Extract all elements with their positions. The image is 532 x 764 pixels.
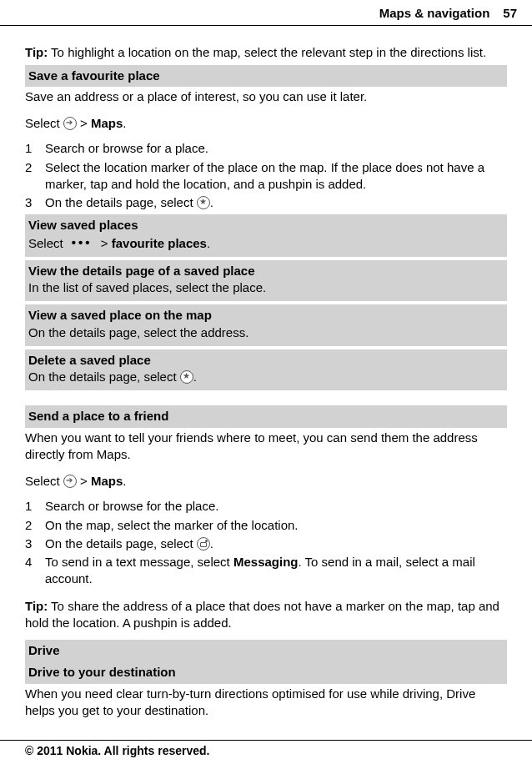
select-prefix: Select bbox=[25, 474, 63, 488]
more-dots-icon: ••• bbox=[67, 234, 98, 251]
step-text-part: On the details page, select bbox=[45, 536, 197, 550]
steps-send-place: 1Search or browse for the place. 2On the… bbox=[25, 498, 507, 587]
block-body-pre: Select bbox=[28, 236, 67, 250]
period: . bbox=[193, 369, 197, 384]
tip-text: To share the address of a place that doe… bbox=[25, 599, 499, 630]
gt-sep: > bbox=[77, 474, 91, 488]
tip-label: Tip: bbox=[25, 599, 48, 613]
block-view-details-page: View the details page of a saved place I… bbox=[25, 260, 507, 302]
step-number: 4 bbox=[25, 554, 45, 588]
drive-intro: When you need clear turn-by-turn directi… bbox=[25, 686, 507, 720]
step-number: 3 bbox=[25, 194, 45, 211]
save-fav-intro: Save an address or a place of interest, … bbox=[25, 88, 507, 105]
block-delete-saved: Delete a saved place On the details page… bbox=[25, 349, 507, 391]
block-body: On the details page, select the address. bbox=[28, 324, 504, 341]
tip-text: To highlight a location on the map, sele… bbox=[48, 45, 486, 59]
share-icon bbox=[197, 537, 210, 550]
step-number: 2 bbox=[25, 517, 45, 534]
step-text-part: To send in a text message, select bbox=[45, 555, 233, 569]
footer-rule bbox=[0, 740, 532, 741]
page-header: Maps & navigation 57 bbox=[0, 0, 532, 23]
select-maps-line-2: Select > Maps. bbox=[25, 473, 507, 490]
list-item: 2Select the location marker of the place… bbox=[25, 159, 507, 194]
maps-label: Maps bbox=[91, 116, 123, 130]
list-item: 2On the map, select the marker of the lo… bbox=[25, 517, 507, 534]
step-text: Search or browse for the place. bbox=[45, 498, 507, 515]
messaging-label: Messaging bbox=[233, 555, 299, 569]
block-title: Delete a saved place bbox=[28, 352, 504, 369]
step-text: On the map, select the marker of the loc… bbox=[45, 517, 507, 534]
footer-copyright: © 2011 Nokia. All rights reserved. bbox=[0, 743, 532, 759]
arrow-icon bbox=[63, 117, 77, 130]
list-item: 3On the details page, select . bbox=[25, 535, 507, 552]
send-place-intro: When you want to tell your friends where… bbox=[25, 430, 507, 464]
page-content: Tip: To highlight a location on the map,… bbox=[0, 44, 532, 719]
heading-drive: Drive bbox=[25, 640, 507, 661]
step-text-part: On the details page, select bbox=[45, 195, 197, 209]
maps-label: Maps bbox=[91, 474, 123, 488]
tip-highlight-location: Tip: To highlight a location on the map,… bbox=[25, 44, 507, 61]
block-body: Select ••• > favourite places. bbox=[28, 234, 504, 252]
block-body: In the list of saved places, select the … bbox=[28, 279, 504, 296]
step-text: To send in a text message, select Messag… bbox=[45, 554, 507, 588]
list-item: 1Search or browse for a place. bbox=[25, 140, 507, 157]
step-text: Search or browse for a place. bbox=[45, 140, 507, 157]
page-footer: © 2011 Nokia. All rights reserved. bbox=[0, 740, 532, 759]
period: . bbox=[210, 195, 213, 209]
list-item: 1Search or browse for the place. bbox=[25, 498, 507, 515]
heading-save-favourite: Save a favourite place bbox=[25, 65, 507, 87]
star-icon bbox=[180, 370, 193, 384]
step-number: 2 bbox=[25, 159, 45, 194]
block-body-pre: On the details page, select bbox=[28, 369, 180, 384]
steps-save-favourite: 1Search or browse for a place. 2Select t… bbox=[25, 140, 507, 211]
header-page-number: 57 bbox=[503, 5, 517, 22]
gt-sep: > bbox=[98, 236, 112, 250]
step-number: 1 bbox=[25, 498, 45, 515]
block-title: View a saved place on the map bbox=[28, 307, 504, 324]
gt-sep: > bbox=[77, 116, 91, 130]
step-text: On the details page, select . bbox=[45, 535, 507, 552]
block-view-on-map: View a saved place on the map On the det… bbox=[25, 304, 507, 346]
arrow-icon bbox=[63, 475, 77, 488]
tip-label: Tip: bbox=[25, 45, 48, 59]
step-text: Select the location marker of the place … bbox=[45, 159, 507, 194]
tip-share-address: Tip: To share the address of a place tha… bbox=[25, 598, 507, 632]
period: . bbox=[210, 536, 213, 550]
period: . bbox=[123, 474, 126, 488]
select-maps-line-1: Select > Maps. bbox=[25, 115, 507, 132]
period: . bbox=[123, 116, 126, 130]
step-text: On the details page, select . bbox=[45, 194, 507, 211]
block-view-saved-places: View saved places Select ••• > favourite… bbox=[25, 214, 507, 257]
list-item: 4To send in a text message, select Messa… bbox=[25, 554, 507, 588]
heading-send-place: Send a place to a friend bbox=[25, 405, 507, 427]
page: Maps & navigation 57 Tip: To highlight a… bbox=[0, 0, 532, 719]
period: . bbox=[207, 236, 210, 250]
header-chapter-title: Maps & navigation bbox=[379, 5, 490, 22]
header-rule bbox=[0, 25, 532, 26]
list-item: 3On the details page, select . bbox=[25, 194, 507, 211]
star-icon bbox=[197, 196, 210, 209]
step-number: 3 bbox=[25, 535, 45, 552]
heading-drive-destination: Drive to your destination bbox=[25, 661, 507, 683]
step-number: 1 bbox=[25, 140, 45, 157]
block-body: On the details page, select . bbox=[28, 369, 504, 385]
block-title: View the details page of a saved place bbox=[28, 263, 504, 279]
favourite-places-label: favourite places bbox=[112, 236, 207, 250]
block-title: View saved places bbox=[28, 217, 504, 234]
select-prefix: Select bbox=[25, 116, 63, 130]
